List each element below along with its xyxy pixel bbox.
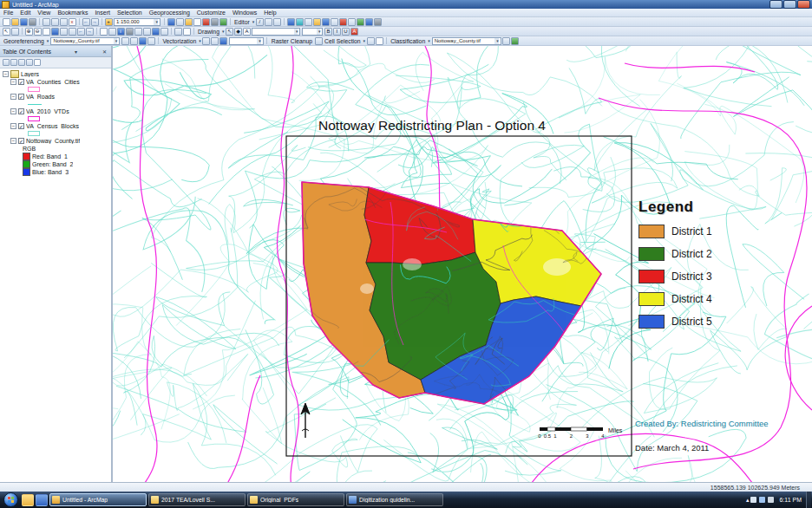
generate-features-icon[interactable] [219,37,227,45]
new-map-icon[interactable] [3,18,10,26]
paste-icon[interactable] [60,18,68,26]
print-icon[interactable] [29,18,36,26]
collapse-icon[interactable]: − [10,94,16,100]
taskbar-button-folder-1[interactable]: 2017 TEA/Lovell S... [148,493,246,506]
counties-symbol[interactable] [28,87,40,92]
collapse-icon[interactable]: − [10,108,16,114]
pinned-explorer-icon[interactable] [22,494,34,506]
arcglobe-icon[interactable] [296,18,304,26]
go-to-xy-icon[interactable] [134,28,142,36]
italic-icon[interactable]: I [333,28,341,36]
toc-band-blue[interactable]: Blue: Band_3 [0,168,111,176]
topology-icon[interactable] [357,18,364,26]
menu-windows[interactable]: Windows [229,10,260,16]
list-by-visibility-icon[interactable] [18,59,25,66]
minimize-button[interactable] [769,0,783,9]
map-canvas[interactable]: Nottoway Redistricting Plan - Option 4 0 [113,46,812,482]
time-slider-icon[interactable] [152,28,160,36]
shift-raster-icon[interactable] [147,37,155,45]
toc-layer-va-roads[interactable]: − ✓ VA_Roads [0,93,111,101]
search-icon[interactable] [193,18,201,26]
editor-toolbar-icon[interactable] [167,18,175,26]
measure-icon[interactable] [143,28,151,36]
snapping-icon[interactable] [348,18,356,26]
network-icon[interactable] [750,497,756,503]
menu-help[interactable]: Help [260,10,279,16]
create-viewer-window-icon[interactable] [174,28,182,36]
underline-icon[interactable]: U [342,28,350,36]
title-bar[interactable]: Untitled - ArcMap [0,0,812,9]
north-arrow[interactable] [301,403,310,438]
overflow-icon[interactable] [331,18,338,26]
menu-file[interactable]: File [0,10,16,16]
start-button[interactable] [3,492,18,507]
drawing-menu[interactable]: Drawing [196,29,221,35]
stop-editing-icon[interactable] [339,18,347,26]
vectorization-menu[interactable]: Vectorization [160,38,198,44]
raster-painting-icon[interactable] [315,37,323,45]
toc-header[interactable]: Table Of Contents ▾ ✕ [0,46,111,57]
toc-root-layers[interactable]: − Layers [0,70,111,78]
redo-icon[interactable]: → [91,18,99,26]
vectorization-combo[interactable]: ▾ [229,37,264,45]
draw-shape-icon[interactable]: ◆ [234,28,242,36]
font-color-icon[interactable]: A [350,28,358,36]
layer-checkbox-4[interactable]: ✓ [18,138,24,144]
layer-checkbox-2[interactable]: ✓ [18,108,24,114]
editor-menu[interactable]: Editor [232,19,252,25]
magnifier-icon[interactable] [183,28,191,36]
arctoolbox-icon[interactable] [202,18,210,26]
full-extent-icon[interactable] [51,28,59,36]
list-by-selection-icon[interactable] [26,59,33,66]
identify-icon[interactable]: i [117,28,125,36]
toc-layer-nottoway-county-tif[interactable]: − ✓ Nottoway_County.tif [0,137,111,145]
rotate-raster-icon[interactable] [139,37,147,45]
menu-edit[interactable]: Edit [16,10,34,16]
bold-icon[interactable]: B [324,28,332,36]
layer-checkbox-1[interactable]: ✓ [18,94,24,100]
add-control-points-icon[interactable] [121,37,129,45]
georef-launch-icon[interactable] [365,18,373,26]
training-sample-icon[interactable] [511,37,519,45]
delete-icon[interactable]: x [69,18,76,26]
action-center-icon[interactable] [759,497,765,503]
open-icon[interactable] [11,18,19,26]
menu-view[interactable]: View [34,10,54,16]
collapse-icon[interactable]: − [10,79,16,85]
taskbar-button-folder-2[interactable]: Original_PDFs [247,493,344,506]
open-attribute-table-icon[interactable] [313,18,321,26]
find-icon[interactable] [126,28,134,36]
layer-checkbox-0[interactable]: ✓ [18,79,24,85]
hyperlink-icon[interactable] [304,18,312,26]
collapse-icon[interactable]: − [10,123,16,129]
georeferencing-layer-combo[interactable]: Nottoway_County.tif▾ [50,37,120,45]
editor-pencil-icon[interactable]: / [256,18,264,26]
classification-layer-combo[interactable]: Nottoway_County.tif▾ [432,37,501,45]
toc-layer-va-counties-cities[interactable]: − ✓ VA_Counties_Cities [0,78,111,86]
map-legend[interactable]: Legend District 1 District 2 District 3 … [638,199,712,329]
font-size-combo[interactable]: ▾ [302,28,323,36]
taskbar-clock[interactable]: 6:11 PM [775,497,806,503]
toc-band-green[interactable]: Green: Band_2 [0,160,111,168]
collapse-icon[interactable]: − [10,138,16,144]
pinned-browser-icon[interactable] [36,494,48,506]
menu-selection[interactable]: Selection [114,10,146,16]
layer-checkbox-3[interactable]: ✓ [18,123,24,129]
close-button[interactable] [797,0,810,9]
raster-cleanup-menu[interactable]: Raster Cleanup [270,38,314,44]
undo-icon[interactable]: ← [82,18,90,26]
volume-icon[interactable] [768,497,774,503]
customize-icon[interactable] [374,18,382,26]
html-popup-icon[interactable] [160,28,168,36]
font-combo[interactable]: ▾ [252,28,300,36]
edit-vertices-icon[interactable] [265,18,272,26]
vtds-symbol[interactable] [28,116,40,121]
zoom-out-icon[interactable]: ⊖ [34,28,42,36]
cell-selection-menu[interactable]: Cell Selection [323,38,363,44]
pan-icon[interactable] [11,28,19,36]
toc-options-icon[interactable] [34,59,41,66]
fixed-zoom-out-icon[interactable] [69,28,76,36]
collapse-icon[interactable]: − [3,71,9,77]
maximize-button[interactable] [783,0,796,9]
taskbar-button-document[interactable]: Digitization guidelin... [346,493,443,506]
